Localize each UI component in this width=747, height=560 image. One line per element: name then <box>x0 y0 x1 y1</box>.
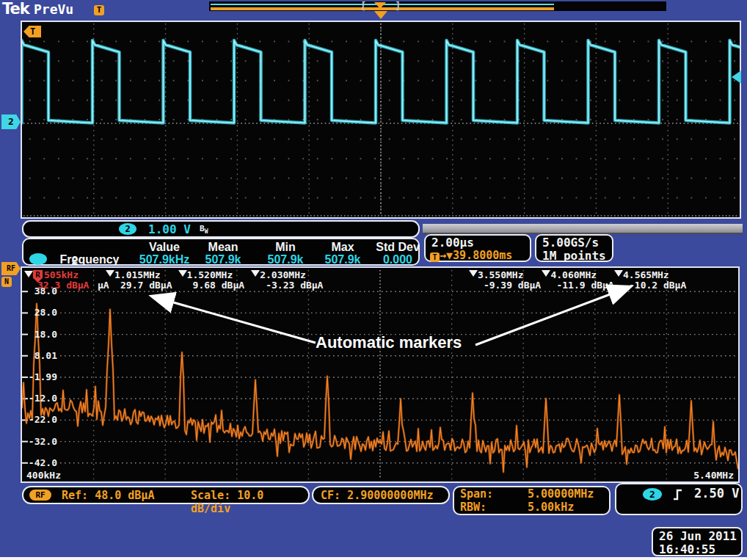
rbw-label: RBW: <box>460 501 487 514</box>
auto-marker-triangle <box>614 270 623 277</box>
waveform-bottom-bar <box>423 224 743 234</box>
oscilloscope-screen: Tek PreVu T [ ] T 2 2 1.00 V BW Value Me… <box>0 0 747 560</box>
auto-marker-amplitude: -3.23 dBµA <box>266 280 323 291</box>
ch2-badge-label: 2 <box>125 224 130 234</box>
ch2-badge: 2 <box>119 223 136 235</box>
delay-tri: ▼ <box>446 249 453 262</box>
channel2-badge-label: 2 <box>8 116 14 127</box>
y-axis-tick-label: -12.0 <box>23 393 57 404</box>
rf-readout-badge: RF <box>29 490 51 501</box>
amplitude-unit-label: µA <box>98 280 109 291</box>
trigger-position-marker[interactable] <box>374 11 387 19</box>
date-label: 26 Jun 2011 <box>659 529 737 543</box>
ref-marker-amp: 32.3 dBµA <box>37 280 89 291</box>
stop-frequency-label: 5.40MHz <box>693 470 734 481</box>
auto-marker-amplitude: 29.7 dBµA <box>120 280 172 291</box>
acquisition-readout[interactable]: 5.00GS/s 1M points <box>535 234 613 262</box>
y-axis-tick-label: 18.0 <box>23 329 57 340</box>
rf-spectrum-plot <box>22 268 738 481</box>
time-label: 16:40:55 <box>659 542 715 556</box>
channel2-position-marker[interactable]: 2 <box>1 114 21 129</box>
y-axis-tick-label: -32.0 <box>23 436 57 447</box>
rf-normal-trace-badge[interactable]: N <box>1 277 12 287</box>
horizontal-readout[interactable]: 2.00µs T→▼39.8000ms <box>424 234 531 262</box>
rf-badge-label: RF <box>7 264 15 272</box>
rf-ref-level: Ref: 48.0 dBµA <box>62 489 154 502</box>
auto-marker-triangle <box>469 270 478 277</box>
center-frequency-readout[interactable]: CF: 2.90000000MHz <box>312 486 450 504</box>
window-bracket-left: [ <box>360 0 366 12</box>
ref-marker-freq: 505kHz <box>44 269 79 280</box>
horizontal-scale: 2.00µs <box>431 236 474 250</box>
center-frequency: CF: 2.90000000MHz <box>321 489 434 502</box>
auto-marker-amplitude: -9.39 dBµA <box>484 280 541 291</box>
annotation-text: Automatic markers <box>316 333 462 352</box>
acquisition-status: PreVu <box>34 1 73 17</box>
bandwidth-limit-icon: BW <box>200 224 208 235</box>
span-label: Span: <box>460 487 493 501</box>
y-axis-tick-label: 8.01 <box>23 350 57 361</box>
trigger-source-badge: 2 <box>643 488 662 501</box>
y-axis-tick-label: 28.0 <box>23 307 57 318</box>
trigger-level: 2.50 V <box>694 486 739 501</box>
auto-marker-triangle <box>178 270 187 277</box>
ch2-waveform-plot <box>22 22 740 217</box>
trigger-readout[interactable]: 2 2.50 V <box>615 483 743 515</box>
meas-name: Frequency <box>53 253 126 266</box>
auto-marker-triangle <box>24 271 33 277</box>
page-margin <box>0 557 747 560</box>
span-rbw-readout[interactable]: Span: 5.00000MHz RBW: 5.00kHz <box>453 486 611 515</box>
y-axis-tick-label: -42.0 <box>23 457 57 468</box>
meas-stddev: 0.000 <box>361 253 434 266</box>
rf-scale: Scale: 10.0 dB/div <box>191 489 308 515</box>
auto-marker-triangle <box>106 270 114 277</box>
trigger-point-label: T <box>30 26 35 37</box>
delay-trigger-icon: T <box>430 252 440 262</box>
auto-marker-frequency: 3.550MHz <box>478 269 524 280</box>
time-domain-graticule: T <box>21 21 741 219</box>
rising-edge-icon <box>672 487 684 501</box>
auto-marker-triangle <box>251 270 260 277</box>
delay-arrow: → <box>440 249 446 262</box>
delay-value: 39.8000ms <box>453 249 512 262</box>
auto-marker-frequency: 1.520MHz <box>187 269 233 280</box>
auto-marker-frequency: 2.030MHz <box>260 269 306 280</box>
sample-rate: 5.00GS/s <box>542 236 599 250</box>
col-header-stddev: Std Dev <box>361 241 434 254</box>
auto-marker-frequency: 1.015MHz <box>114 269 161 280</box>
y-axis-tick-label: -1.99 <box>23 371 57 382</box>
start-frequency-label: 400kHz <box>26 470 61 481</box>
acquisition-preview-bar[interactable]: [ ] <box>209 1 666 11</box>
ch2-scale-readout[interactable]: 2 1.00 V BW <box>22 220 420 238</box>
trigger-position-icon <box>374 2 386 9</box>
auto-marker-frequency: 4.060MHz <box>550 269 597 280</box>
window-bracket-right: ] <box>395 0 401 12</box>
auto-marker-frequency: 4.565MHz <box>623 269 669 280</box>
measurement-table[interactable]: Value Mean Min Max Std Dev 2 Frequency 5… <box>22 238 420 266</box>
rbw-value: 5.00kHz <box>528 501 574 514</box>
y-axis-tick-label: -22.0 <box>23 414 57 425</box>
auto-marker-amplitude: -10.2 dBµA <box>629 280 686 291</box>
ch2-volts-per-div: 1.00 V <box>148 222 191 236</box>
span-value: 5.00000MHz <box>528 487 594 501</box>
auto-marker-triangle <box>542 270 550 277</box>
trigger-t-icon: T <box>94 5 104 15</box>
delay-readout: T→▼39.8000ms <box>430 249 512 262</box>
rf-vertical-readout[interactable]: RF Ref: 48.0 dBµA Scale: 10.0 dB/div <box>22 486 310 504</box>
auto-marker-amplitude: 9.68 dBµA <box>193 280 244 291</box>
auto-marker-amplitude: -11.9 dBµA <box>556 280 613 291</box>
rf-channel-marker[interactable]: RF <box>1 262 21 275</box>
datetime-readout: 26 Jun 2011 16:40:55 <box>652 527 743 556</box>
tek-logo: Tek <box>2 0 29 18</box>
record-length: 1M points <box>542 249 606 263</box>
meas-ch2-badge: 2 <box>29 253 47 265</box>
spectrum-graticule: 38.028.018.08.01-1.99-12.0-22.0-32.0-42.… <box>21 266 740 483</box>
